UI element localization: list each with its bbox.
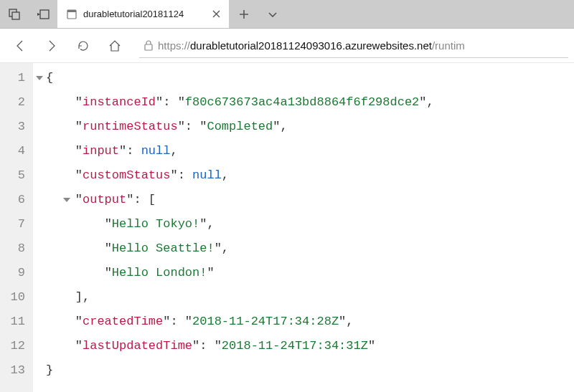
line-number: 7 xyxy=(0,212,25,236)
line-number: 10 xyxy=(0,285,25,310)
code-line: "output": [ xyxy=(46,188,434,212)
url-path: /runtim xyxy=(432,39,465,52)
lock-icon xyxy=(144,39,154,51)
json-code: { "instanceId": "f80c673673ac4a13bd8864f… xyxy=(33,63,434,392)
svg-rect-2 xyxy=(40,10,49,19)
code-line: "customStatus": null, xyxy=(46,163,434,188)
code-line: "runtimeStatus": "Completed", xyxy=(46,115,434,139)
address-url: https://durabletutorial20181124093016.az… xyxy=(158,39,465,52)
line-number: 12 xyxy=(0,334,25,358)
new-tab-icon[interactable] xyxy=(230,0,258,28)
home-button[interactable] xyxy=(100,32,129,60)
browser-tab[interactable]: durabletutorial20181124 xyxy=(57,0,230,28)
nav-toolbar: https://durabletutorial20181124093016.az… xyxy=(0,29,574,63)
fold-caret-icon[interactable] xyxy=(36,76,43,80)
json-viewer: 1 2 3 4 5 6 7 8 9 10 11 12 13 { "instanc… xyxy=(0,63,574,392)
line-number: 2 xyxy=(0,90,25,115)
line-number: 3 xyxy=(0,115,25,139)
address-bar[interactable]: https://durabletutorial20181124093016.az… xyxy=(139,34,568,58)
tab-preview-chevron-icon[interactable] xyxy=(258,0,287,28)
refresh-button[interactable] xyxy=(69,32,98,60)
code-line: "input": null, xyxy=(46,139,434,163)
code-line: "Hello Seattle!", xyxy=(46,236,434,261)
line-number: 11 xyxy=(0,310,25,334)
url-scheme: https:// xyxy=(158,39,190,52)
line-number: 1 xyxy=(0,66,25,90)
svg-rect-1 xyxy=(12,12,19,19)
tab-title: durabletutorial20181124 xyxy=(83,9,204,19)
code-line: "createdTime": "2018-11-24T17:34:28Z", xyxy=(46,310,434,334)
line-number: 5 xyxy=(0,163,25,188)
titlebar: durabletutorial20181124 xyxy=(0,0,574,29)
code-line: { xyxy=(46,66,434,90)
url-host: durabletutorial20181124093016.azurewebsi… xyxy=(190,39,432,52)
forward-button[interactable] xyxy=(37,32,66,60)
svg-rect-5 xyxy=(145,44,152,50)
svg-rect-4 xyxy=(67,10,76,12)
code-line: "instanceId": "f80c673673ac4a13bd8864f6f… xyxy=(46,90,434,115)
tab-actions-left-icon[interactable] xyxy=(0,0,29,28)
line-number-gutter: 1 2 3 4 5 6 7 8 9 10 11 12 13 xyxy=(0,63,33,392)
code-line: "Hello London!" xyxy=(46,261,434,285)
code-line: "Hello Tokyo!", xyxy=(46,212,434,236)
tab-favicon-icon xyxy=(66,9,77,20)
fold-caret-icon[interactable] xyxy=(63,198,70,202)
tab-close-icon[interactable] xyxy=(210,9,222,20)
code-line: } xyxy=(46,358,434,383)
line-number: 8 xyxy=(0,236,25,261)
line-number: 6 xyxy=(0,188,25,212)
code-line: "lastUpdatedTime": "2018-11-24T17:34:31Z… xyxy=(46,334,434,358)
code-line: ], xyxy=(46,285,434,310)
line-number: 13 xyxy=(0,358,25,383)
set-aside-tabs-icon[interactable] xyxy=(29,0,57,28)
line-number: 9 xyxy=(0,261,25,285)
back-button[interactable] xyxy=(6,32,34,60)
line-number: 4 xyxy=(0,139,25,163)
